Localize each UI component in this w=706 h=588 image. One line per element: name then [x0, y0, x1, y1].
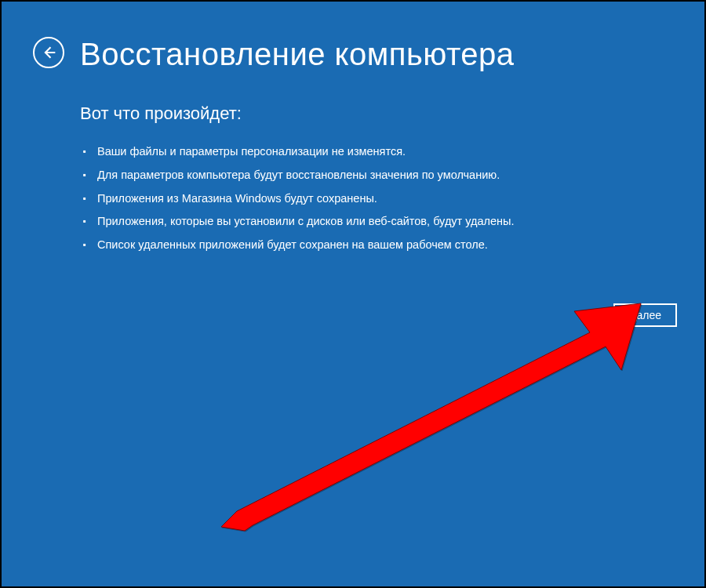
arrow-left-icon — [41, 45, 56, 60]
list-item: Приложения, которые вы установили с диск… — [80, 213, 626, 230]
svg-marker-0 — [221, 303, 641, 531]
back-button[interactable] — [33, 37, 64, 68]
list-item: Ваши файлы и параметры персонализации не… — [80, 143, 626, 161]
header: Восстановление компьютера — [2, 2, 704, 88]
bullet-list: Ваши файлы и параметры персонализации не… — [80, 143, 626, 254]
next-button[interactable]: Далее — [613, 303, 677, 327]
subtitle: Вот что произойдет: — [80, 103, 626, 124]
content-area: Вот что произойдет: Ваши файлы и парамет… — [2, 88, 704, 254]
list-item: Для параметров компьютера будут восстано… — [80, 167, 626, 184]
page-title: Восстановление компьютера — [80, 37, 515, 72]
list-item: Приложения из Магазина Windows будут сох… — [80, 191, 626, 208]
list-item: Список удаленных приложений будет сохран… — [80, 237, 626, 254]
annotation-arrow-icon — [221, 292, 645, 535]
